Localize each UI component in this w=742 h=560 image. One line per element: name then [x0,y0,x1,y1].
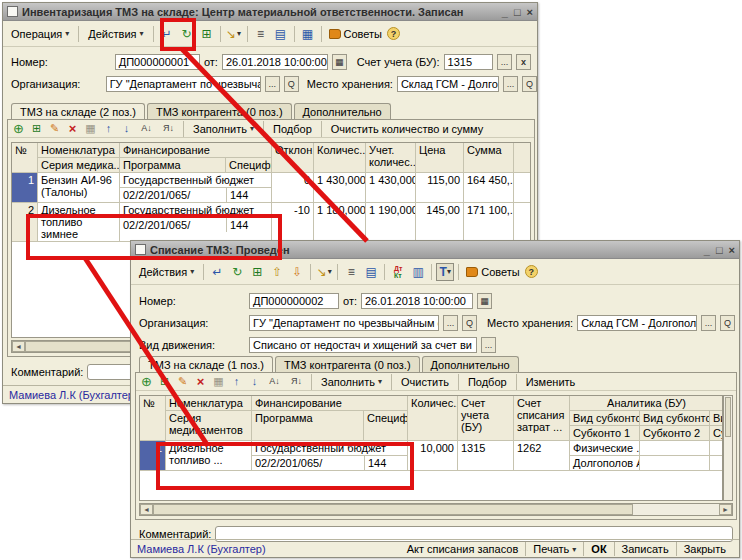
magnify-icon[interactable]: Q [720,315,735,331]
scroll-left-icon[interactable]: ◄ [12,341,25,352]
clear-qty-sum-button[interactable]: Очистить количество и сумму [327,123,487,135]
actions-menu[interactable]: Действия ▾ [83,26,148,42]
help-icon[interactable]: ? [387,27,400,40]
copy-row-icon[interactable]: ⊞ [157,374,172,389]
date-field[interactable]: 26.01.2018 10:00:00 [361,293,473,309]
unpost-icon[interactable]: ⇩ [288,263,306,281]
actions-menu[interactable]: Действия ▾ [134,264,199,280]
save-row-icon[interactable]: ▦ [211,374,226,389]
maximize-icon[interactable]: □ [716,244,723,256]
pick-button[interactable]: Подбор [269,123,316,135]
ellipsis-button[interactable]: ... [443,315,458,331]
save-close-icon[interactable]: ↵ [208,263,226,281]
sort-asc-icon[interactable]: А↓ [265,374,284,389]
scroll-left-icon[interactable]: ◄ [140,504,153,515]
post-icon[interactable]: ⇧ [268,263,286,281]
window2-grid[interactable]: № Номенклатура Финансирование Количес...… [139,395,723,501]
ellipsis-button[interactable]: ... [701,315,716,331]
minimize-icon[interactable]: _ [502,6,508,18]
advice-button[interactable]: Советы [326,28,385,40]
fill-button[interactable]: Заполнить ▾ [317,376,386,388]
storage-field[interactable]: Склад ГСМ - Долгополов А.А. [577,315,697,331]
movement-field[interactable]: Списано от недостач и хищений за счет ви [249,337,477,353]
tab-additional[interactable]: Дополнительно [294,103,391,120]
list-icon[interactable]: ≡ [252,25,270,43]
advice-button[interactable]: Советы [463,266,522,278]
operation-menu[interactable]: Операция ▾ [6,26,74,42]
journal-icon[interactable]: ▥ [409,263,427,281]
delete-row-icon[interactable]: × [193,374,208,389]
window1-titlebar[interactable]: Инвентаризация ТМЗ на складе: Центр мате… [3,3,537,21]
add-row-icon[interactable]: ⊕ [11,121,26,136]
save-row-icon[interactable]: ▦ [83,121,98,136]
magnify-icon[interactable]: Q [462,315,477,331]
add-row-icon[interactable]: ⊕ [139,374,154,389]
table-row[interactable]: 2 Дизельное топливо зимнее Государственн… [12,203,530,242]
calendar-icon[interactable]: ▦ [477,293,492,309]
org-field[interactable]: ГУ "Департамент по чрезвычайным си [249,315,439,331]
sort-desc-icon[interactable]: Я↓ [159,121,178,136]
table-row[interactable]: 1 Дизельное топливо ... Государственный … [140,441,722,471]
move-up-icon[interactable]: ↑ [229,374,244,389]
edit-button[interactable]: Изменить [522,376,580,388]
ellipsis-button[interactable]: ... [497,54,512,70]
close-icon[interactable]: × [527,6,533,18]
magnify-icon[interactable]: Q [522,76,537,92]
copy-row-icon[interactable]: ⊞ [29,121,44,136]
account-field[interactable]: 1315 [444,54,493,70]
clear-button[interactable]: Очистить [397,376,453,388]
ellipsis-button[interactable]: ... [481,337,496,353]
sort-desc-icon[interactable]: Я↓ [287,374,306,389]
maximize-icon[interactable]: □ [514,6,521,18]
dtkt-icon[interactable]: ДтКт [389,263,407,281]
edit-row-icon[interactable]: ✎ [47,121,62,136]
magnify-icon[interactable]: Q [284,76,299,92]
ellipsis-button[interactable]: ... [503,76,518,92]
refresh-icon[interactable]: ↻ [178,25,196,43]
storage-field[interactable]: Склад ГСМ - Долгополов А.А. [397,76,499,92]
pick-button[interactable]: Подбор [464,376,511,388]
clear-icon[interactable]: x [516,54,531,70]
user-link[interactable]: Мамиева Л.К (Бухгалтер) [137,543,266,555]
act-writeoff-button[interactable]: Акт списания запасов [400,543,526,555]
number-field[interactable]: ДП000000002 [249,293,339,309]
save-close-icon[interactable]: ↵ [158,25,176,43]
minimize-icon[interactable]: _ [704,244,710,256]
checklist-icon[interactable]: ▤ [362,263,380,281]
checklist-icon[interactable]: ▤ [272,25,290,43]
close-button[interactable]: Закрыть [677,543,733,555]
refresh-icon[interactable]: ↻ [228,263,246,281]
org-field[interactable]: ГУ "Департамент по чрезвычайным [106,76,261,92]
print-button[interactable]: Печать ▾ [526,543,583,555]
tab-additional[interactable]: Дополнительно [422,356,519,373]
edit-row-icon[interactable]: ✎ [175,374,190,389]
table-row[interactable]: 1 Бензин АИ-96 (Талоны) Государственный … [12,173,530,203]
ellipsis-button[interactable]: ... [265,76,280,92]
move-down-icon[interactable]: ↓ [247,374,262,389]
user-link[interactable]: Мамиева Л.К (Бухгалтер) [9,389,138,401]
create-based-on-icon[interactable]: ↘▾ [225,25,243,43]
calendar-icon[interactable]: ▦ [332,54,347,70]
move-up-icon[interactable]: ↑ [101,121,116,136]
add-copy-icon[interactable]: ⊞ [198,25,216,43]
window2-titlebar[interactable]: Списание ТМЗ: Проведен _ □ × [131,241,739,259]
help-icon[interactable]: ? [525,265,538,278]
list-icon[interactable]: ≡ [342,263,360,281]
fill-button[interactable]: Заполнить ▾ [189,123,258,135]
tab-tmz-contractor[interactable]: ТМЗ контрагента (0 поз.) [275,356,420,373]
date-field[interactable]: 26.01.2018 10:00:00 [222,54,328,70]
window2-v-scrollbar[interactable] [723,395,733,501]
filter-icon[interactable]: T▾ [436,263,454,281]
delete-row-icon[interactable]: × [65,121,80,136]
report-icon[interactable]: ▦ [299,25,317,43]
add-copy-icon[interactable]: ⊞ [248,263,266,281]
scroll-right-icon[interactable]: ► [719,504,732,515]
move-down-icon[interactable]: ↓ [119,121,134,136]
tab-tmz-contractor[interactable]: ТМЗ контрагента (0 поз.) [147,103,292,120]
window2-h-scrollbar[interactable]: ◄ ► [139,503,733,516]
number-field[interactable]: ДП000000001 [115,54,200,70]
save-button[interactable]: Записать [615,543,676,555]
ok-button[interactable]: ОК [584,543,613,555]
create-based-on-icon[interactable]: ↘▾ [315,263,333,281]
sort-asc-icon[interactable]: А↓ [137,121,156,136]
